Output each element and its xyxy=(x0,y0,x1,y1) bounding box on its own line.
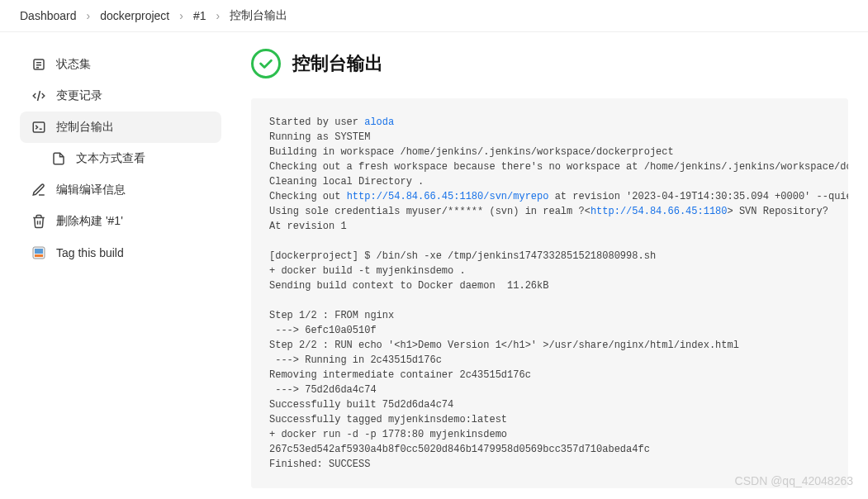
breadcrumb-item-current: 控制台输出 xyxy=(230,8,287,23)
svn-link[interactable]: http://54.84.66.45:1180/svn/myrepo xyxy=(347,191,549,202)
svg-rect-5 xyxy=(33,122,45,132)
chevron-right-icon: › xyxy=(179,9,183,22)
user-link[interactable]: aloda xyxy=(364,116,394,128)
realm-link[interactable]: http://54.84.66.45:1180 xyxy=(591,206,728,217)
page-header: 控制台输出 xyxy=(251,49,848,78)
sidebar-item-changes[interactable]: 变更记录 xyxy=(20,80,221,112)
chevron-right-icon: › xyxy=(87,9,91,22)
list-icon xyxy=(31,57,46,72)
code-icon xyxy=(31,88,46,103)
sidebar-item-label: 变更记录 xyxy=(56,88,102,103)
terminal-icon xyxy=(31,120,46,135)
breadcrumb-item-dashboard[interactable]: Dashboard xyxy=(20,9,77,22)
sidebar: 状态集 变更记录 控制台输出 文本方式查看 编辑编译信息 xyxy=(0,49,231,499)
sidebar-item-tag-build[interactable]: Tag this build xyxy=(20,237,221,269)
breadcrumb: Dashboard › dockerproject › #1 › 控制台输出 xyxy=(0,0,868,32)
sidebar-item-label: Tag this build xyxy=(56,246,124,259)
sidebar-item-edit-build[interactable]: 编辑编译信息 xyxy=(20,174,221,206)
sidebar-item-label: 删除构建 '#1' xyxy=(56,214,123,229)
edit-icon xyxy=(31,183,46,197)
sidebar-item-label: 控制台输出 xyxy=(56,120,114,135)
sidebar-item-label: 编辑编译信息 xyxy=(56,183,126,197)
trash-icon xyxy=(31,214,46,229)
main-content: 控制台输出 Started by user aloda Running as S… xyxy=(231,49,868,499)
document-icon xyxy=(51,151,66,166)
sidebar-item-console[interactable]: 控制台输出 xyxy=(20,112,221,143)
svg-line-4 xyxy=(38,91,40,101)
console-output: Started by user aloda Running as SYSTEM … xyxy=(251,98,848,488)
svg-rect-9 xyxy=(35,254,43,257)
sidebar-item-label: 文本方式查看 xyxy=(76,151,145,166)
page-title: 控制台输出 xyxy=(292,51,383,76)
success-icon xyxy=(251,49,281,78)
breadcrumb-item-build[interactable]: #1 xyxy=(193,9,206,22)
sidebar-item-delete-build[interactable]: 删除构建 '#1' xyxy=(20,206,221,237)
breadcrumb-item-project[interactable]: dockerproject xyxy=(100,9,169,22)
sidebar-item-plaintext[interactable]: 文本方式查看 xyxy=(20,143,221,174)
sidebar-item-status[interactable]: 状态集 xyxy=(20,49,221,80)
sidebar-item-label: 状态集 xyxy=(56,57,91,72)
svg-rect-8 xyxy=(35,249,43,254)
chevron-right-icon: › xyxy=(216,9,220,22)
tag-icon xyxy=(31,245,46,260)
